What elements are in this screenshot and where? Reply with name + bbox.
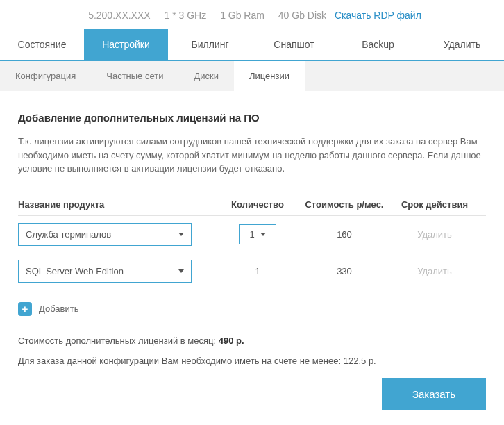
summary-min-value: 122.5 р. [344,356,376,366]
quantity-select[interactable]: 1 [239,224,276,244]
page-heading: Добавление дополнительных лицензий на ПО [18,112,486,124]
add-license-button[interactable]: + Добавить [18,302,486,316]
chevron-down-icon [178,233,184,236]
quantity-value: 1 [249,229,254,240]
summary-min-label: Для заказа данной конфигурации Вам необх… [18,356,341,366]
header-product-name: Название продукта [18,199,219,210]
licenses-table: Название продукта Количество Стоимость р… [18,194,486,290]
table-header-row: Название продукта Количество Стоимость р… [18,194,486,216]
server-ram: 1 Gb Ram [220,10,264,21]
header-cost: Стоимость р/мес. [296,199,393,210]
subtab-networks[interactable]: Частные сети [91,61,178,91]
summary-cost-value: 490 р. [219,335,244,346]
subtab-licenses[interactable]: Лицензии [234,61,305,91]
product-select-value: Служба терминалов [26,229,111,240]
server-cpu: 1 * 3 GHz [165,10,207,21]
content-area: Добавление дополнительных лицензий на ПО… [0,91,504,425]
main-tabs: Состояние Настройки Биллинг Снапшот Back… [0,29,504,61]
server-ip: 5.200.XX.XXX [88,10,151,21]
subtab-config[interactable]: Конфигурация [0,61,91,91]
cost-cell: 330 [296,266,393,276]
header-quantity: Количество [219,199,296,210]
summary-cost: Стоимость дополнительных лицензий в меся… [18,335,486,346]
order-button[interactable]: Заказать [382,378,486,410]
delete-row-link[interactable]: Удалить [417,266,452,276]
chevron-down-icon [260,233,266,236]
quantity-static: 1 [219,266,296,276]
summary-cost-label: Стоимость дополнительных лицензий в меся… [18,335,216,346]
tab-delete[interactable]: Удалить [420,29,504,60]
tab-state[interactable]: Состояние [0,29,84,60]
subtab-disks[interactable]: Диски [178,61,234,91]
delete-row-link[interactable]: Удалить [417,229,452,240]
plus-icon: + [18,302,32,316]
server-disk: 40 Gb Disk [278,10,326,21]
tab-billing[interactable]: Биллинг [168,29,252,60]
tab-settings[interactable]: Настройки [84,29,168,60]
table-row: SQL Server Web Edition 1 330 Удалить [18,253,486,290]
header-term: Срок действия [393,199,476,210]
product-select[interactable]: SQL Server Web Edition [18,260,192,283]
tab-snapshot[interactable]: Снапшот [252,29,336,60]
rdp-download-link[interactable]: Скачать RDP файл [335,10,421,21]
summary-min: Для заказа данной конфигурации Вам необх… [18,356,486,366]
tab-backup[interactable]: Backup [336,29,420,60]
product-select-value: SQL Server Web Edition [26,266,124,276]
cost-cell: 160 [296,229,393,240]
chevron-down-icon [178,269,184,273]
product-select[interactable]: Служба терминалов [18,223,192,246]
sub-tabs: Конфигурация Частные сети Диски Лицензии [0,61,504,91]
add-license-label: Добавить [39,303,78,314]
page-description: Т.к. лицензии активируются силами сотруд… [18,135,486,176]
table-row: Служба терминалов 1 160 Удалить [18,216,486,253]
server-info-bar: 5.200.XX.XXX 1 * 3 GHz 1 Gb Ram 40 Gb Di… [0,0,504,29]
